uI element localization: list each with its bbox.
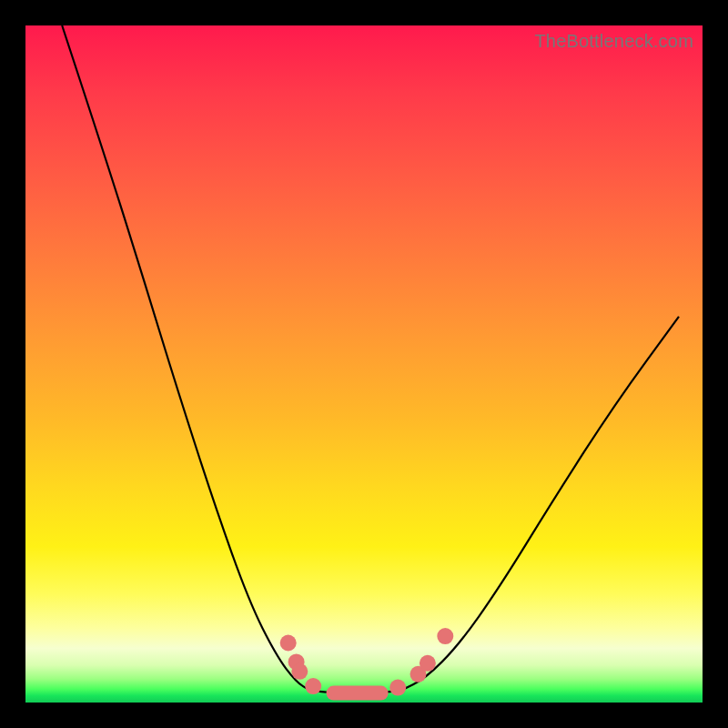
- bottleneck-curve: [25, 25, 703, 703]
- curve-line: [62, 25, 679, 694]
- curve-marker: [280, 635, 297, 652]
- plot-area: TheBottleneck.com: [25, 25, 703, 703]
- curve-marker: [291, 663, 308, 680]
- curve-marker: [327, 686, 389, 701]
- curve-marker: [420, 655, 436, 672]
- curve-marker: [305, 678, 321, 694]
- curve-marker: [437, 628, 453, 644]
- curve-markers: [280, 628, 454, 701]
- curve-marker: [389, 680, 406, 696]
- chart-frame: TheBottleneck.com: [0, 0, 728, 728]
